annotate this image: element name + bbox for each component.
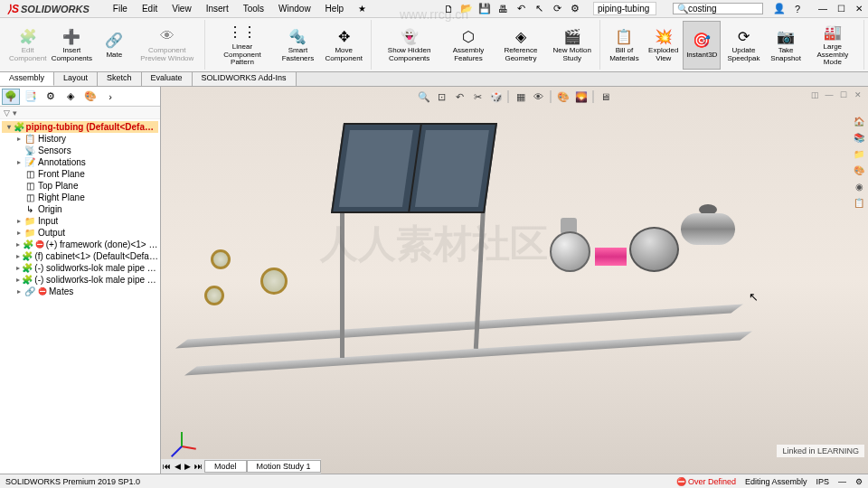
feature-tree-tab-icon[interactable]: 🌳 <box>2 89 20 105</box>
zoom-area-icon[interactable]: ⊡ <box>434 89 450 105</box>
display-tab-icon[interactable]: 🎨 <box>81 89 99 105</box>
collapse-icon[interactable]: ▾ <box>5 123 14 131</box>
tab-sketch[interactable]: Sketch <box>98 72 142 86</box>
expand-icon[interactable]: ▸ <box>14 217 24 225</box>
tree-item[interactable]: ◫Top Plane <box>2 180 158 192</box>
tree-item[interactable]: ▸🔗⛔Mates <box>2 286 158 297</box>
expand-icon[interactable]: ▸ <box>14 264 22 272</box>
tree-root[interactable]: ▾ 🧩 piping-tubing (Default<Default_Disp <box>2 121 158 133</box>
expand-icon[interactable]: ▸ <box>14 252 22 260</box>
linear-pattern-button[interactable]: ⋮⋮Linear Component Pattern <box>209 21 276 70</box>
vp-max-icon[interactable]: ☐ <box>837 89 850 101</box>
undo-icon[interactable]: ↶ <box>514 2 528 16</box>
minimize-button[interactable]: — <box>814 2 832 16</box>
close-button[interactable]: ✕ <box>850 2 868 16</box>
tree-item[interactable]: ▸📋History <box>2 133 158 145</box>
move-component-button[interactable]: ✥Move Component <box>320 21 367 70</box>
expand-icon[interactable]: ▸ <box>14 229 24 237</box>
tree-item[interactable]: ▸📁Output <box>2 227 158 239</box>
open-icon[interactable]: 📂 <box>459 2 474 16</box>
smart-fasteners-button[interactable]: 🔩Smart Fasteners <box>276 21 320 70</box>
menu-window[interactable]: Window <box>271 4 318 14</box>
menu-tools[interactable]: Tools <box>236 4 271 14</box>
search-input[interactable] <box>688 4 760 14</box>
view-settings-icon[interactable]: 🖥 <box>598 89 614 105</box>
insert-components-button[interactable]: ➕Insert Components <box>48 21 95 70</box>
tree-item[interactable]: 📡Sensors <box>2 145 158 156</box>
status-over-defined[interactable]: ⛔ Over Defined <box>676 477 736 486</box>
vp-min-icon[interactable]: — <box>823 89 835 101</box>
section-view-icon[interactable]: ✂ <box>470 89 486 105</box>
filter-bar[interactable]: ▽ ▾ <box>0 107 160 119</box>
tab-assembly[interactable]: Assembly <box>0 72 54 86</box>
save-icon[interactable]: 💾 <box>477 2 492 16</box>
vp-tile-icon[interactable]: ◫ <box>808 89 821 101</box>
expand-icon[interactable]: ▸ <box>14 135 24 143</box>
tab-layout[interactable]: Layout <box>54 72 98 86</box>
status-settings-icon[interactable]: ⚙ <box>855 477 863 486</box>
expand-icon[interactable]: ▸ <box>14 240 23 249</box>
reference-geometry-button[interactable]: ◈Reference Geometry <box>494 21 548 70</box>
print-icon[interactable]: 🖶 <box>495 2 510 16</box>
status-units[interactable]: IPS <box>816 477 829 486</box>
menu-help[interactable]: Help <box>318 4 352 14</box>
sheet-tab-model[interactable]: Model <box>204 460 247 473</box>
tree-item[interactable]: ▸🧩(-) solidworks-lok male pipe weld con <box>2 274 158 286</box>
maximize-button[interactable]: ☐ <box>832 2 850 16</box>
menu-pin-icon[interactable]: ★ <box>351 4 373 14</box>
tree-item[interactable]: ↳Origin <box>2 203 158 215</box>
sheet-nav-prev-icon[interactable]: ◀ <box>173 462 183 471</box>
display-style-icon[interactable]: ▦ <box>513 89 529 105</box>
menu-insert[interactable]: Insert <box>199 4 236 14</box>
help-icon[interactable]: ? <box>790 2 805 16</box>
dimxpert-tab-icon[interactable]: ◈ <box>61 89 80 105</box>
tab-addins[interactable]: SOLIDWORKS Add-Ins <box>193 72 297 86</box>
vp-close-icon[interactable]: ✕ <box>852 89 864 101</box>
configuration-tab-icon[interactable]: ⚙ <box>42 89 60 105</box>
tree-item[interactable]: ▸🧩(-) solidworks-lok male pipe weld con <box>2 262 158 274</box>
hide-show-icon[interactable]: 👁 <box>531 89 547 105</box>
instant3d-button[interactable]: 🎯Instant3D <box>683 21 721 70</box>
options-icon[interactable]: ⚙ <box>568 2 582 16</box>
custom-props-icon[interactable]: 📋 <box>852 195 866 210</box>
orientation-triad[interactable] <box>172 424 199 451</box>
sheet-nav-first-icon[interactable]: ⏮ <box>161 462 173 471</box>
user-icon[interactable]: 👤 <box>772 2 787 16</box>
bom-button[interactable]: 📋Bill of Materials <box>604 21 644 70</box>
tab-evaluate[interactable]: Evaluate <box>142 72 193 86</box>
expand-tab-icon[interactable]: › <box>101 89 119 105</box>
exploded-view-button[interactable]: 💥Exploded View <box>644 21 683 70</box>
show-hidden-button[interactable]: 👻Show Hidden Components <box>375 21 443 70</box>
menu-edit[interactable]: Edit <box>135 4 165 14</box>
large-assembly-button[interactable]: 🏭Large Assembly Mode <box>806 21 860 70</box>
update-speedpak-button[interactable]: ⟳Update Speedpak <box>721 21 766 70</box>
expand-icon[interactable]: ▸ <box>14 287 24 296</box>
property-manager-tab-icon[interactable]: 📑 <box>22 89 40 105</box>
apply-scene-icon[interactable]: 🌄 <box>573 89 590 105</box>
rebuild-icon[interactable]: ⟳ <box>550 2 564 16</box>
file-explorer-icon[interactable]: 📁 <box>852 146 866 161</box>
new-motion-study-button[interactable]: 🎬New Motion Study <box>548 21 596 70</box>
tree-item[interactable]: ◫Front Plane <box>2 168 158 180</box>
document-name[interactable]: piping-tubing <box>593 2 656 15</box>
resources-tab-icon[interactable]: 🏠 <box>852 114 866 128</box>
new-icon[interactable]: 🗋 <box>441 2 456 16</box>
appearances-icon[interactable]: ◉ <box>852 179 866 193</box>
menu-view[interactable]: View <box>165 4 199 14</box>
take-snapshot-button[interactable]: 📷Take Snapshot <box>767 21 806 70</box>
tree-item[interactable]: ▸📁Input <box>2 215 158 227</box>
sheet-nav-last-icon[interactable]: ⏭ <box>193 462 204 471</box>
graphics-viewport[interactable]: 🔍 ⊡ ↶ ✂ 🎲 ▦ 👁 🎨 🌄 🖥 ◫ — ☐ ✕ 🏠 📚 📁 🎨 ◉ <box>161 87 868 474</box>
expand-icon[interactable]: ▸ <box>14 276 22 284</box>
menu-file[interactable]: File <box>106 4 135 14</box>
tree-item[interactable]: ▸🧩⛔(+) framework (done)<1> (Defau <box>2 239 158 250</box>
mate-button[interactable]: 🔗Mate <box>95 21 133 70</box>
sheet-nav-next-icon[interactable]: ▶ <box>183 462 193 471</box>
select-icon[interactable]: ↖ <box>532 2 546 16</box>
sheet-tab-motion[interactable]: Motion Study 1 <box>247 460 321 473</box>
zoom-fit-icon[interactable]: 🔍 <box>416 89 432 105</box>
edit-appearance-icon[interactable]: 🎨 <box>555 89 571 105</box>
design-library-icon[interactable]: 📚 <box>852 130 866 145</box>
previous-view-icon[interactable]: ↶ <box>452 89 468 105</box>
expand-icon[interactable]: ▸ <box>14 158 24 166</box>
